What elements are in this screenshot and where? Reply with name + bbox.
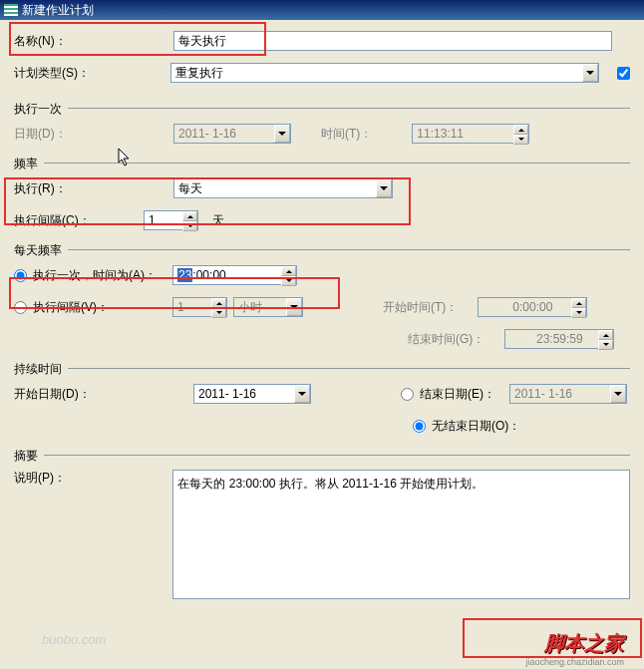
chevron-down-icon[interactable]	[582, 64, 598, 82]
daily-once-radio[interactable]	[14, 269, 27, 282]
spinner-up-icon[interactable]	[281, 266, 296, 276]
start-date-label: 开始日期(D)：	[14, 386, 193, 403]
spinner-down-icon	[598, 340, 613, 350]
name-label: 名称(N)：	[14, 33, 173, 50]
spinner-down-icon[interactable]	[281, 276, 296, 286]
plan-type-label: 计划类型(S)：	[14, 65, 170, 82]
daily-end-label: 结束时间(G)：	[408, 331, 484, 348]
once-time-label: 时间(T)：	[321, 126, 372, 143]
footer-sub: jiaocheng.chazidian.com	[525, 657, 624, 667]
spinner-down-icon	[211, 308, 226, 318]
end-date-label: 结束日期(E)：	[420, 386, 509, 403]
spinner-down-icon[interactable]	[182, 221, 197, 231]
freq-interval-label: 执行间隔(C)：	[14, 212, 144, 229]
footer-logo: 脚本之家	[544, 630, 624, 657]
daily-interval-radio[interactable]	[14, 301, 27, 314]
freq-exec-label: 执行(R)：	[14, 180, 173, 197]
chevron-down-icon[interactable]	[376, 179, 392, 197]
daily-once-label: 执行一次，时间为(A)：	[33, 267, 172, 284]
chevron-down-icon[interactable]	[294, 385, 310, 403]
spinner-up-icon[interactable]	[182, 211, 197, 221]
chevron-down-icon	[610, 385, 626, 403]
freq-exec-select[interactable]	[173, 178, 393, 198]
desc-label: 说明(P)：	[14, 470, 172, 487]
plan-enabled-checkbox[interactable]	[617, 67, 630, 80]
desc-textarea	[172, 470, 630, 599]
spinner-up-icon	[598, 330, 613, 340]
no-end-date-label: 无结束日期(O)：	[432, 418, 520, 435]
once-legend: 执行一次	[14, 101, 68, 118]
daily-interval-label: 执行间隔(V)：	[33, 299, 172, 316]
daily-legend: 每天频率	[14, 242, 68, 259]
spinner-down-icon	[571, 308, 586, 318]
daily-once-time-input[interactable]: 23:00:00	[172, 265, 297, 285]
end-date-radio[interactable]	[401, 388, 414, 401]
plan-type-select[interactable]	[170, 63, 599, 83]
duration-legend: 持续时间	[14, 361, 68, 378]
summary-legend: 摘要	[14, 448, 44, 465]
spinner-up-icon	[513, 125, 528, 135]
schedule-icon	[4, 4, 18, 16]
spinner-up-icon	[571, 298, 586, 308]
daily-start-label: 开始时间(T)：	[383, 299, 458, 316]
spinner-up-icon	[211, 298, 226, 308]
once-time-input	[412, 124, 529, 144]
freq-interval-unit: 天	[212, 212, 224, 229]
chevron-down-icon	[286, 298, 302, 316]
once-date-label: 日期(D)：	[14, 126, 173, 143]
watermark-text: buobo.com	[42, 632, 106, 647]
spinner-down-icon	[513, 135, 528, 145]
name-input[interactable]	[173, 31, 612, 51]
title-bar: 新建作业计划	[0, 0, 644, 20]
freq-legend: 频率	[14, 156, 44, 172]
chevron-down-icon	[274, 125, 290, 143]
window-title: 新建作业计划	[22, 0, 94, 20]
no-end-date-radio[interactable]	[413, 420, 426, 433]
